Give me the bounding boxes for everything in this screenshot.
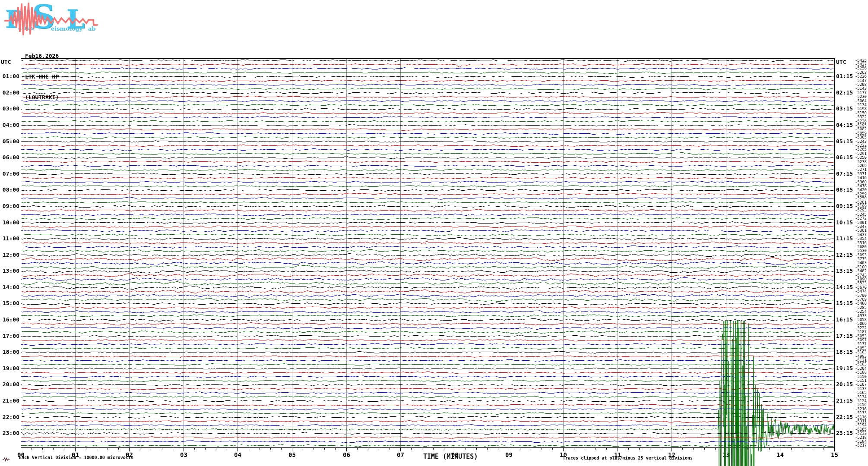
- utc-label-right: UTC: [836, 59, 846, 65]
- helicorder-plot: [0, 0, 868, 466]
- psl-logo: P S L atras eismology ab: [3, 1, 106, 37]
- x-axis-title: TIME (MINUTES): [423, 453, 478, 460]
- header-station: LTK HHE HP --: [25, 73, 69, 80]
- header-location: (LOUTRAKI): [25, 94, 69, 101]
- plot-header: Feb16,2026 LTK HHE HP -- (LOUTRAKI): [25, 39, 69, 108]
- mini-waveform-glyph: [2, 457, 10, 462]
- clip-note: Traces clipped at plus/minus 25 vertical…: [563, 456, 693, 460]
- helicorder-page: { "logo": { "letters": ["P", "S", "L"], …: [0, 0, 868, 466]
- header-date: Feb16,2026: [25, 53, 69, 60]
- utc-label-left: UTC: [1, 59, 11, 65]
- vertical-division-note: Each Vertical Division = 10000.00 microv…: [19, 455, 133, 460]
- seismic-wave-icon: [3, 1, 100, 37]
